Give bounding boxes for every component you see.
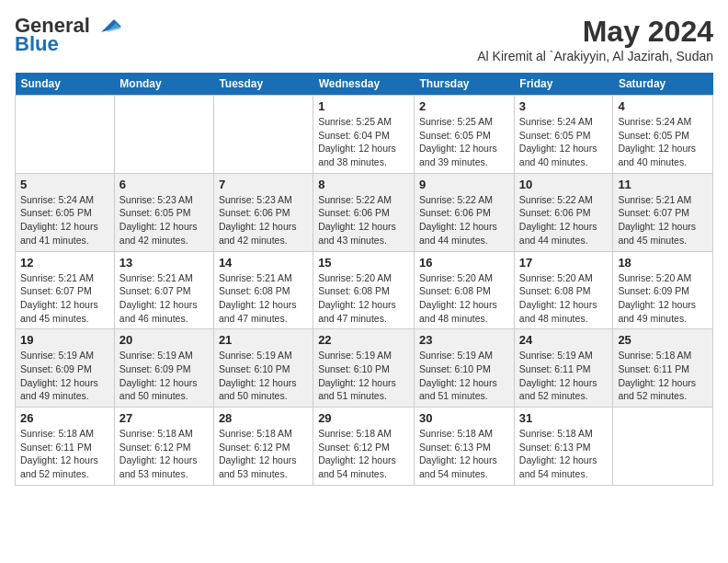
calendar-cell: 18Sunrise: 5:20 AM Sunset: 6:09 PM Dayli… (613, 251, 713, 329)
day-number: 11 (618, 178, 708, 191)
header-wednesday: Wednesday (313, 73, 415, 96)
day-number: 22 (318, 333, 409, 347)
calendar-cell: 14Sunrise: 5:21 AM Sunset: 6:08 PM Dayli… (213, 251, 313, 329)
header: General Blue May 2024 Al Kiremit al `Ara… (15, 15, 713, 63)
day-number: 10 (519, 178, 609, 191)
cell-info: Sunrise: 5:22 AM Sunset: 6:06 PM Dayligh… (318, 193, 409, 247)
calendar-cell: 29Sunrise: 5:18 AM Sunset: 6:12 PM Dayli… (313, 408, 415, 486)
cell-info: Sunrise: 5:25 AM Sunset: 6:05 PM Dayligh… (419, 115, 509, 169)
calendar-cell (213, 96, 313, 174)
calendar-table: SundayMondayTuesdayWednesdayThursdayFrid… (15, 73, 713, 486)
calendar-cell: 7Sunrise: 5:23 AM Sunset: 6:06 PM Daylig… (213, 173, 313, 251)
cell-info: Sunrise: 5:18 AM Sunset: 6:12 PM Dayligh… (119, 427, 209, 481)
day-number: 20 (119, 333, 209, 347)
cell-info: Sunrise: 5:19 AM Sunset: 6:10 PM Dayligh… (419, 349, 509, 403)
page-subtitle: Al Kiremit al `Arakiyyin, Al Jazirah, Su… (477, 49, 713, 63)
day-number: 5 (20, 178, 109, 191)
day-number: 7 (219, 178, 308, 191)
cell-info: Sunrise: 5:19 AM Sunset: 6:10 PM Dayligh… (219, 349, 308, 403)
calendar-cell: 13Sunrise: 5:21 AM Sunset: 6:07 PM Dayli… (114, 251, 213, 329)
day-number: 15 (318, 256, 409, 270)
day-number: 26 (20, 411, 109, 425)
calendar-cell: 5Sunrise: 5:24 AM Sunset: 6:05 PM Daylig… (16, 173, 115, 251)
calendar-cell: 3Sunrise: 5:24 AM Sunset: 6:05 PM Daylig… (514, 96, 613, 174)
day-number: 13 (119, 256, 209, 270)
day-number: 8 (318, 178, 409, 191)
cell-info: Sunrise: 5:21 AM Sunset: 6:07 PM Dayligh… (20, 271, 109, 326)
cell-info: Sunrise: 5:19 AM Sunset: 6:10 PM Dayligh… (318, 349, 409, 403)
calendar-cell: 12Sunrise: 5:21 AM Sunset: 6:07 PM Dayli… (16, 251, 115, 329)
day-number: 27 (119, 411, 209, 425)
logo-icon (94, 16, 121, 36)
day-number: 9 (419, 178, 509, 191)
calendar-cell: 11Sunrise: 5:21 AM Sunset: 6:07 PM Dayli… (613, 173, 713, 251)
cell-info: Sunrise: 5:24 AM Sunset: 6:05 PM Dayligh… (618, 115, 708, 169)
cell-info: Sunrise: 5:18 AM Sunset: 6:11 PM Dayligh… (618, 349, 708, 403)
day-number: 14 (219, 256, 308, 270)
calendar-cell: 28Sunrise: 5:18 AM Sunset: 6:12 PM Dayli… (213, 408, 313, 486)
cell-info: Sunrise: 5:20 AM Sunset: 6:09 PM Dayligh… (618, 271, 708, 326)
calendar-header-row: SundayMondayTuesdayWednesdayThursdayFrid… (16, 73, 713, 96)
cell-info: Sunrise: 5:24 AM Sunset: 6:05 PM Dayligh… (20, 193, 109, 247)
header-sunday: Sunday (16, 73, 115, 96)
calendar-cell: 25Sunrise: 5:18 AM Sunset: 6:11 PM Dayli… (613, 329, 713, 408)
header-monday: Monday (114, 73, 213, 96)
calendar-cell: 2Sunrise: 5:25 AM Sunset: 6:05 PM Daylig… (415, 96, 515, 174)
title-area: May 2024 Al Kiremit al `Arakiyyin, Al Ja… (477, 15, 713, 63)
calendar-cell: 15Sunrise: 5:20 AM Sunset: 6:08 PM Dayli… (313, 251, 415, 329)
calendar-cell: 24Sunrise: 5:19 AM Sunset: 6:11 PM Dayli… (514, 329, 613, 408)
calendar-week-row: 1Sunrise: 5:25 AM Sunset: 6:04 PM Daylig… (16, 96, 713, 174)
calendar-cell (613, 408, 713, 486)
cell-info: Sunrise: 5:25 AM Sunset: 6:04 PM Dayligh… (318, 115, 409, 169)
cell-info: Sunrise: 5:18 AM Sunset: 6:13 PM Dayligh… (419, 427, 509, 481)
calendar-cell (16, 96, 115, 174)
cell-info: Sunrise: 5:18 AM Sunset: 6:12 PM Dayligh… (219, 427, 308, 481)
cell-info: Sunrise: 5:22 AM Sunset: 6:06 PM Dayligh… (419, 193, 509, 247)
day-number: 16 (419, 256, 509, 270)
cell-info: Sunrise: 5:18 AM Sunset: 6:11 PM Dayligh… (20, 427, 109, 481)
calendar-cell: 31Sunrise: 5:18 AM Sunset: 6:13 PM Dayli… (514, 408, 613, 486)
day-number: 4 (618, 99, 708, 113)
cell-info: Sunrise: 5:19 AM Sunset: 6:11 PM Dayligh… (519, 349, 609, 403)
day-number: 19 (20, 333, 109, 347)
calendar-cell: 6Sunrise: 5:23 AM Sunset: 6:05 PM Daylig… (114, 173, 213, 251)
header-thursday: Thursday (415, 73, 515, 96)
day-number: 2 (419, 99, 509, 113)
calendar-cell: 22Sunrise: 5:19 AM Sunset: 6:10 PM Dayli… (313, 329, 415, 408)
cell-info: Sunrise: 5:23 AM Sunset: 6:06 PM Dayligh… (219, 193, 308, 247)
day-number: 18 (618, 256, 708, 270)
header-tuesday: Tuesday (213, 73, 313, 96)
day-number: 30 (419, 411, 509, 425)
calendar-cell: 4Sunrise: 5:24 AM Sunset: 6:05 PM Daylig… (613, 96, 713, 174)
header-friday: Friday (514, 73, 613, 96)
logo-line2: Blue (15, 33, 59, 55)
calendar-cell: 16Sunrise: 5:20 AM Sunset: 6:08 PM Dayli… (415, 251, 515, 329)
calendar-week-row: 12Sunrise: 5:21 AM Sunset: 6:07 PM Dayli… (16, 251, 713, 329)
day-number: 23 (419, 333, 509, 347)
day-number: 3 (519, 99, 609, 113)
calendar-cell: 30Sunrise: 5:18 AM Sunset: 6:13 PM Dayli… (415, 408, 515, 486)
cell-info: Sunrise: 5:24 AM Sunset: 6:05 PM Dayligh… (519, 115, 609, 169)
calendar-cell: 17Sunrise: 5:20 AM Sunset: 6:08 PM Dayli… (514, 251, 613, 329)
cell-info: Sunrise: 5:20 AM Sunset: 6:08 PM Dayligh… (419, 271, 509, 326)
calendar-cell (114, 96, 213, 174)
cell-info: Sunrise: 5:18 AM Sunset: 6:12 PM Dayligh… (318, 427, 409, 481)
day-number: 1 (318, 99, 409, 113)
calendar-cell: 9Sunrise: 5:22 AM Sunset: 6:06 PM Daylig… (415, 173, 515, 251)
day-number: 29 (318, 411, 409, 425)
day-number: 25 (618, 333, 708, 347)
day-number: 12 (20, 256, 109, 270)
cell-info: Sunrise: 5:18 AM Sunset: 6:13 PM Dayligh… (519, 427, 609, 481)
day-number: 28 (219, 411, 308, 425)
cell-info: Sunrise: 5:21 AM Sunset: 6:08 PM Dayligh… (219, 271, 308, 326)
calendar-week-row: 5Sunrise: 5:24 AM Sunset: 6:05 PM Daylig… (16, 173, 713, 251)
calendar-cell: 19Sunrise: 5:19 AM Sunset: 6:09 PM Dayli… (16, 329, 115, 408)
day-number: 17 (519, 256, 609, 270)
logo: General Blue (15, 15, 121, 55)
day-number: 24 (519, 333, 609, 347)
calendar-cell: 27Sunrise: 5:18 AM Sunset: 6:12 PM Dayli… (114, 408, 213, 486)
cell-info: Sunrise: 5:23 AM Sunset: 6:05 PM Dayligh… (119, 193, 209, 247)
cell-info: Sunrise: 5:19 AM Sunset: 6:09 PM Dayligh… (119, 349, 209, 403)
header-saturday: Saturday (613, 73, 713, 96)
calendar-cell: 10Sunrise: 5:22 AM Sunset: 6:06 PM Dayli… (514, 173, 613, 251)
